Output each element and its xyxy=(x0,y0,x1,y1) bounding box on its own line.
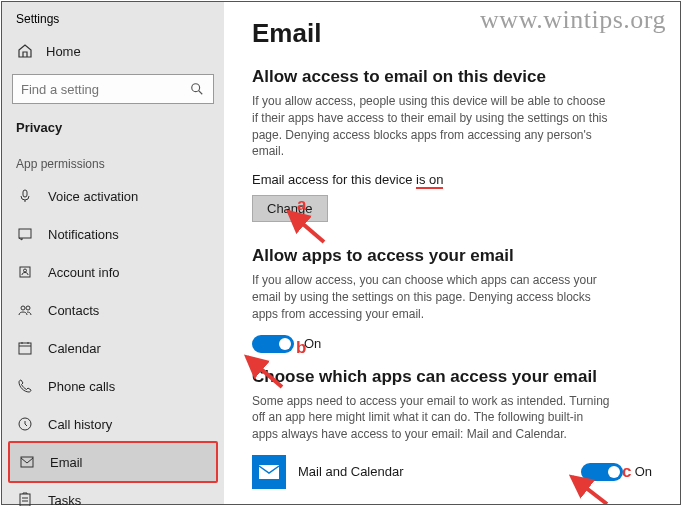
svg-rect-2 xyxy=(23,190,27,197)
svg-rect-14 xyxy=(20,494,30,506)
sidebar-item-label: Email xyxy=(50,455,83,470)
section3-heading: Choose which apps can access your email xyxy=(252,367,652,387)
toggle-label: On xyxy=(304,336,321,351)
contacts-icon xyxy=(16,301,34,319)
sidebar: Settings Home Privacy App permissions Vo… xyxy=(2,2,224,504)
section1-desc: If you allow access, people using this d… xyxy=(252,93,612,160)
tasks-icon xyxy=(16,491,34,506)
phone-icon xyxy=(16,377,34,395)
svg-rect-3 xyxy=(19,229,31,238)
mic-icon xyxy=(16,187,34,205)
sidebar-home-label: Home xyxy=(46,44,81,59)
sidebar-home[interactable]: Home xyxy=(2,34,224,68)
sidebar-item-voice-activation[interactable]: Voice activation xyxy=(2,177,224,215)
svg-point-5 xyxy=(24,269,27,272)
apps-access-toggle[interactable] xyxy=(252,335,294,353)
search-icon[interactable] xyxy=(188,80,206,98)
section1-heading: Allow access to email on this device xyxy=(252,67,652,87)
svg-line-1 xyxy=(199,91,203,95)
page-title: Email xyxy=(252,18,652,49)
window-title: Settings xyxy=(2,8,224,34)
sidebar-item-label: Notifications xyxy=(48,227,119,242)
account-icon xyxy=(16,263,34,281)
sidebar-item-label: Calendar xyxy=(48,341,101,356)
sidebar-item-tasks[interactable]: Tasks xyxy=(2,481,224,506)
app-toggle-label: On xyxy=(635,464,652,479)
svg-point-0 xyxy=(192,84,200,92)
section3-desc: Some apps need to access your email to w… xyxy=(252,393,612,443)
sidebar-category: App permissions xyxy=(2,139,224,177)
notification-icon xyxy=(16,225,34,243)
home-icon xyxy=(16,42,34,60)
svg-point-7 xyxy=(26,306,30,310)
section2-desc: If you allow access, you can choose whic… xyxy=(252,272,612,322)
section2-heading: Allow apps to access your email xyxy=(252,246,652,266)
history-icon xyxy=(16,415,34,433)
sidebar-item-label: Call history xyxy=(48,417,112,432)
svg-rect-13 xyxy=(21,457,33,467)
change-button[interactable]: Change xyxy=(252,195,328,222)
sidebar-item-contacts[interactable]: Contacts xyxy=(2,291,224,329)
sidebar-item-label: Voice activation xyxy=(48,189,138,204)
sidebar-section: Privacy xyxy=(2,110,224,139)
svg-rect-17 xyxy=(259,465,279,479)
email-icon xyxy=(18,453,36,471)
sidebar-item-label: Tasks xyxy=(48,493,81,507)
app-row-mail-calendar: Mail and Calendar On xyxy=(252,455,652,489)
svg-rect-8 xyxy=(19,343,31,354)
sidebar-item-calendar[interactable]: Calendar xyxy=(2,329,224,367)
calendar-icon xyxy=(16,339,34,357)
sidebar-item-label: Account info xyxy=(48,265,120,280)
sidebar-item-notifications[interactable]: Notifications xyxy=(2,215,224,253)
search-input[interactable] xyxy=(12,74,214,104)
sidebar-item-call-history[interactable]: Call history xyxy=(2,405,224,443)
svg-point-6 xyxy=(21,306,25,310)
sidebar-item-label: Contacts xyxy=(48,303,99,318)
sidebar-item-email[interactable]: Email xyxy=(8,441,218,483)
sidebar-item-phone-calls[interactable]: Phone calls xyxy=(2,367,224,405)
app-name: Mail and Calendar xyxy=(298,464,569,479)
mail-app-icon xyxy=(252,455,286,489)
app-toggle-mail[interactable] xyxy=(581,463,623,481)
sidebar-item-account-info[interactable]: Account info xyxy=(2,253,224,291)
sidebar-item-label: Phone calls xyxy=(48,379,115,394)
main-content: Email Allow access to email on this devi… xyxy=(224,2,680,504)
device-access-status: Email access for this device is on xyxy=(252,172,652,187)
